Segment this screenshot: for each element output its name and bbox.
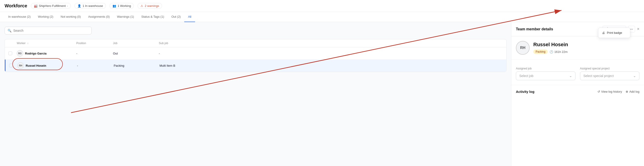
in-warehouse-label: 1 In warehouse (82, 4, 103, 8)
tab-all[interactable]: All (184, 12, 195, 22)
subjob-cell: - (159, 52, 200, 55)
row-checkbox[interactable] (9, 64, 13, 67)
avatar: RH (18, 62, 24, 69)
working-label: 1 Working (118, 4, 131, 8)
main-layout: 🔍 Worker ↑ Position Job Sub job (0, 22, 644, 166)
chevron-down-icon: ⌄ (633, 74, 636, 78)
search-icon: 🔍 (8, 29, 12, 32)
subjob-cell: Multi Item B (160, 64, 201, 67)
job-header: Job (113, 42, 159, 45)
assigned-project-label: Assigned special project (580, 67, 640, 70)
close-icon: × (637, 27, 640, 31)
in-warehouse-pill[interactable]: 👤 1 In warehouse (74, 3, 106, 9)
warnings-pill[interactable]: ⚠ 2 warnings (138, 3, 162, 9)
worker-header[interactable]: Worker ↑ (17, 42, 76, 45)
chevron-down-icon: ⌄ (569, 74, 572, 78)
search-box[interactable]: 🔍 (4, 27, 92, 35)
worker-cell: RH Russel Hosein (18, 62, 77, 69)
search-input[interactable] (13, 29, 89, 32)
sort-icon: ↑ (27, 42, 29, 45)
worker-name: Russel Hosein (26, 64, 46, 67)
printer-icon: 🖨 (602, 31, 605, 35)
subjob-header: Sub job (159, 42, 200, 45)
tab-out[interactable]: Out (2) (168, 12, 184, 22)
profile-tags: Packing 🕐 161h 22m (533, 49, 640, 54)
assigned-section: Assigned job Select job ⌄ Assigned speci… (511, 59, 644, 85)
clock-icon: 🕐 (550, 50, 553, 54)
table-row[interactable]: RG Rodrigo Garcia - Out - (5, 47, 506, 59)
workers-table: Worker ↑ Position Job Sub job RG (4, 39, 506, 72)
profile-avatar: RH (516, 41, 530, 55)
position-header: Position (76, 42, 113, 45)
dropdown-menu: 🖨 Print badge (598, 28, 630, 38)
packing-tag: Packing (533, 49, 548, 54)
warning-icon: ⚠ (140, 4, 143, 8)
add-log-button[interactable]: ⊕ Add log (626, 90, 640, 93)
assigned-project-field: Assigned special project Select special … (580, 67, 640, 80)
avatar: RG (17, 50, 23, 57)
tab-in-warehouse[interactable]: In warehouse (2) (4, 12, 34, 22)
top-navigation: Workforce 🏭 ShipHero Fulfillment › 👤 1 I… (0, 0, 644, 12)
table-row[interactable]: RH Russel Hosein - Packing Multi Item B (5, 59, 506, 72)
person-icon: 👤 (78, 4, 81, 8)
add-icon: ⊕ (626, 90, 628, 93)
location-pill[interactable]: 🏭 ShipHero Fulfillment › (31, 3, 71, 9)
assigned-job-label: Assigned job (516, 67, 576, 70)
working-icon: 👥 (112, 4, 116, 8)
assigned-job-select[interactable]: Select job ⌄ (516, 71, 576, 80)
tab-warnings[interactable]: Warnings (1) (114, 12, 138, 22)
table-header: Worker ↑ Position Job Sub job (5, 39, 506, 47)
app-title: Workforce (4, 3, 27, 9)
activity-actions: ↺ View log history ⊕ Add log (598, 90, 640, 93)
tab-not-working[interactable]: Not working (0) (57, 12, 84, 22)
time-badge: 🕐 161h 22m (550, 50, 568, 54)
job-cell: Packing (114, 64, 160, 67)
worker-cell: RG Rodrigo Garcia (17, 50, 76, 57)
job-cell: Out (113, 52, 159, 55)
tab-working[interactable]: Working (2) (34, 12, 57, 22)
assigned-grid: Assigned job Select job ⌄ Assigned speci… (516, 67, 640, 80)
history-icon: ↺ (598, 90, 600, 93)
panel-title: Team member details (516, 27, 553, 31)
warnings-label: 2 warnings (144, 4, 159, 8)
left-panel: 🔍 Worker ↑ Position Job Sub job (0, 22, 511, 166)
select-project-placeholder: Select special project (584, 74, 614, 78)
assigned-project-select[interactable]: Select special project ⌄ (580, 71, 640, 80)
location-chevron-icon: › (67, 5, 68, 7)
tab-status-tags[interactable]: Status & Tags (1) (138, 12, 168, 22)
tab-assignments[interactable]: Assignments (0) (84, 12, 114, 22)
print-badge-item[interactable]: 🖨 Print badge (598, 29, 630, 37)
activity-section: Activity log ↺ View log history ⊕ Add lo… (511, 85, 644, 98)
position-cell: - (77, 64, 114, 67)
position-cell: - (76, 52, 113, 55)
location-label: ShipHero Fulfillment (39, 4, 66, 8)
select-job-placeholder: Select job (519, 74, 533, 78)
worker-name: Rodrigo Garcia (25, 52, 46, 55)
assigned-job-field: Assigned job Select job ⌄ (516, 67, 576, 80)
working-pill[interactable]: 👥 1 Working (110, 3, 134, 9)
view-log-history-button[interactable]: ↺ View log history (598, 90, 622, 93)
location-icon: 🏭 (34, 4, 38, 8)
close-panel-button[interactable]: × (637, 27, 640, 32)
tabs-bar: In warehouse (2) Working (2) Not working… (0, 12, 644, 22)
activity-log-title: Activity log (516, 90, 534, 94)
row-checkbox[interactable] (8, 51, 12, 55)
profile-info: Russel Hosein Packing 🕐 161h 22m (533, 42, 640, 54)
profile-section: RH Russel Hosein Packing 🕐 161h 22m (511, 36, 644, 59)
more-icon: ⋯ (630, 27, 633, 31)
activity-header: Activity log ↺ View log history ⊕ Add lo… (516, 90, 640, 94)
right-panel: Team member details ⏻ Clock out ⋯ × 🖨 Pr… (511, 22, 644, 166)
checkbox-header (8, 42, 17, 45)
profile-name: Russel Hosein (533, 42, 640, 48)
